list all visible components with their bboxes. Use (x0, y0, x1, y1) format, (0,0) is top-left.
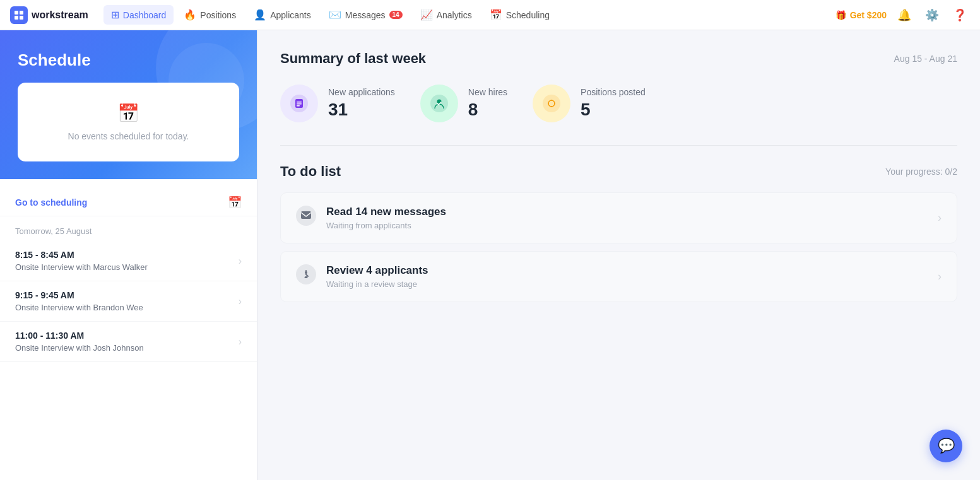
messages-todo-icon (296, 206, 316, 230)
chat-icon: 💬 (938, 438, 955, 454)
stat-hires: New hires 8 (420, 85, 507, 122)
applications-stat-text: New applications 31 (328, 87, 395, 120)
hires-stat-text: New hires 8 (468, 87, 507, 120)
main-content: Summary of last week Aug 15 - Aug 21 New… (257, 30, 980, 480)
positions-stat-icon (533, 85, 570, 122)
sidebar-header: Schedule 📅 No events scheduled for today… (0, 30, 257, 179)
nav-item-applicants[interactable]: 👤 Applicants (246, 5, 319, 25)
schedule-item-content-1: 8:15 - 8:45 AM Onsite Interview with Mar… (15, 250, 239, 272)
summary-title: Summary of last week (280, 50, 426, 67)
scheduling-icon: 📅 (490, 9, 502, 21)
hires-stat-icon (420, 85, 458, 122)
svg-point-15 (548, 103, 549, 104)
todo-messages-chevron: › (938, 211, 942, 225)
app-logo[interactable]: workstream (10, 6, 88, 24)
navbar: workstream ⊞ Dashboard 🔥 Positions 👤 App… (0, 0, 980, 30)
todo-item-messages[interactable]: Read 14 new messages Waiting from applic… (280, 192, 957, 243)
go-to-scheduling-link[interactable]: Go to scheduling 📅 (0, 189, 257, 216)
nav-label-applicants: Applicants (270, 10, 311, 20)
applications-stat-icon (280, 85, 318, 122)
nav-label-positions: Positions (200, 10, 236, 20)
schedule-name-1: Onsite Interview with Marcus Walker (15, 262, 239, 272)
question-icon: ❓ (953, 8, 967, 22)
svg-rect-0 (15, 11, 18, 15)
dashboard-icon: ⊞ (111, 9, 119, 21)
logo-text: workstream (32, 9, 88, 21)
help-button[interactable]: ❓ (950, 5, 970, 25)
get-money-label: Get $200 (850, 10, 887, 20)
schedule-time-2: 9:15 - 9:45 AM (15, 290, 239, 300)
get-money-button[interactable]: 🎁 Get $200 (835, 10, 887, 20)
positions-icon: 🔥 (184, 9, 196, 21)
nav-item-dashboard[interactable]: ⊞ Dashboard (103, 5, 174, 25)
schedule-time-3: 11:00 - 11:30 AM (15, 331, 239, 341)
schedule-item-1[interactable]: 8:15 - 8:45 AM Onsite Interview with Mar… (0, 241, 257, 281)
calendar-link-icon: 📅 (228, 196, 242, 209)
hires-label: New hires (468, 87, 507, 97)
todo-messages-content: Read 14 new messages Waiting from applic… (326, 206, 928, 230)
svg-rect-8 (297, 105, 300, 107)
summary-date: Aug 15 - Aug 21 (894, 54, 957, 64)
schedule-item-content-2: 9:15 - 9:45 AM Onsite Interview with Bra… (15, 290, 239, 312)
bell-icon: 🔔 (897, 8, 911, 22)
analytics-icon: 📈 (420, 9, 433, 21)
schedule-item-3[interactable]: 11:00 - 11:30 AM Onsite Interview with J… (0, 322, 257, 362)
positions-value: 5 (581, 100, 646, 120)
summary-header: Summary of last week Aug 15 - Aug 21 (280, 50, 957, 67)
sidebar: Schedule 📅 No events scheduled for today… (0, 30, 257, 480)
notifications-button[interactable]: 🔔 (894, 5, 914, 25)
svg-point-16 (554, 103, 555, 104)
nav-item-scheduling[interactable]: 📅 Scheduling (482, 5, 557, 25)
svg-rect-6 (297, 102, 302, 103)
todo-applicants-sub: Waiting in a review stage (326, 279, 928, 289)
no-events-card: 📅 No events scheduled for today. (18, 83, 239, 161)
todo-title: To do list (280, 163, 341, 180)
schedule-name-3: Onsite Interview with Josh Johnson (15, 343, 239, 353)
stats-row: New applications 31 New hires 8 (280, 85, 957, 122)
svg-rect-1 (20, 11, 23, 15)
nav-items: ⊞ Dashboard 🔥 Positions 👤 Applicants ✉️ … (103, 5, 835, 25)
schedule-time-1: 8:15 - 8:45 AM (15, 250, 239, 260)
nav-label-dashboard: Dashboard (123, 10, 167, 20)
svg-point-13 (551, 100, 552, 101)
schedule-item-content-3: 11:00 - 11:30 AM Onsite Interview with J… (15, 331, 239, 353)
nav-item-messages[interactable]: ✉️ Messages 14 (321, 5, 410, 25)
nav-item-positions[interactable]: 🔥 Positions (176, 5, 244, 25)
logo-icon (10, 6, 28, 24)
todo-progress: Your progress: 0/2 (885, 167, 957, 177)
calendar-icon: 📅 (117, 103, 139, 124)
messages-icon: ✉️ (329, 9, 341, 21)
positions-label: Positions posted (581, 87, 646, 97)
stat-positions: Positions posted 5 (533, 85, 646, 122)
go-to-scheduling-label: Go to scheduling (15, 197, 87, 208)
gear-icon: ⚙️ (925, 8, 939, 22)
messages-badge: 14 (389, 11, 403, 19)
svg-point-11 (543, 95, 560, 112)
applications-value: 31 (328, 100, 395, 120)
sidebar-body: Go to scheduling 📅 Tomorrow, 25 August 8… (0, 179, 257, 480)
svg-rect-7 (297, 103, 302, 105)
applicants-icon: 👤 (254, 9, 266, 21)
todo-applicants-content: Review 4 applicants Waiting in a review … (326, 264, 928, 289)
nav-label-messages: Messages (345, 10, 386, 20)
schedule-item-2[interactable]: 9:15 - 9:45 AM Onsite Interview with Bra… (0, 281, 257, 322)
hires-value: 8 (468, 100, 507, 120)
sidebar-title: Schedule (18, 50, 239, 70)
section-divider (280, 145, 957, 146)
todo-applicants-title: Review 4 applicants (326, 264, 928, 277)
nav-label-analytics: Analytics (437, 10, 472, 20)
todo-item-applicants[interactable]: Review 4 applicants Waiting in a review … (280, 251, 957, 302)
stat-applications: New applications 31 (280, 85, 395, 122)
svg-rect-3 (20, 16, 23, 20)
chevron-right-icon-1: › (239, 255, 242, 267)
nav-item-analytics[interactable]: 📈 Analytics (413, 5, 480, 25)
settings-button[interactable]: ⚙️ (922, 5, 942, 25)
day-label: Tomorrow, 25 August (0, 216, 257, 241)
svg-point-14 (551, 106, 552, 107)
chat-fab-button[interactable]: 💬 (930, 430, 962, 462)
applicants-todo-icon (296, 264, 316, 289)
todo-applicants-chevron: › (938, 270, 942, 283)
chevron-right-icon-2: › (239, 296, 242, 307)
no-events-text: No events scheduled for today. (68, 131, 189, 141)
main-layout: Schedule 📅 No events scheduled for today… (0, 30, 980, 480)
